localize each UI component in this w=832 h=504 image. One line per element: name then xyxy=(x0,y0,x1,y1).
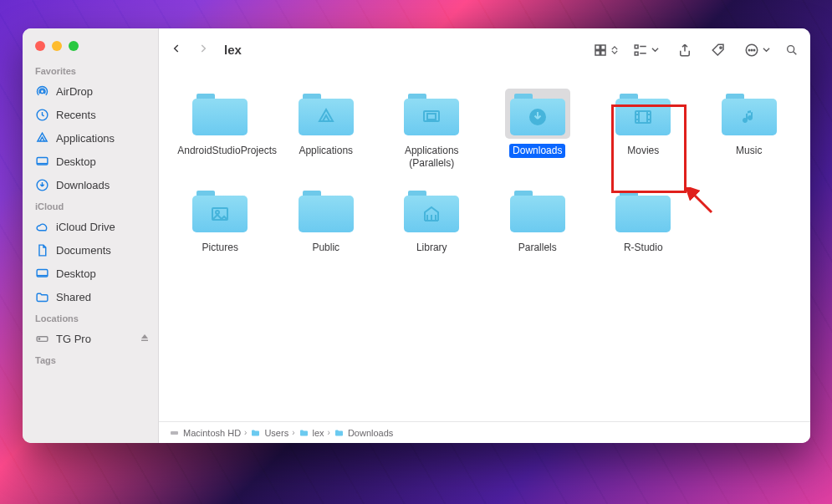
clock-icon xyxy=(35,108,49,122)
svg-point-16 xyxy=(748,49,750,51)
sidebar-item-airdrop[interactable]: AirDrop xyxy=(23,79,158,103)
current-folder-title: lex xyxy=(224,43,242,57)
annotation-arrow xyxy=(687,187,713,214)
folder-icon xyxy=(299,189,354,232)
sidebar-item-label: Documents xyxy=(56,244,111,257)
svg-point-0 xyxy=(40,89,43,93)
sidebar-item-label: Recents xyxy=(56,109,96,121)
sidebar-section-favorites: Favorites xyxy=(23,61,158,79)
tags-button[interactable] xyxy=(711,40,726,60)
breadcrumb-separator: › xyxy=(292,428,294,437)
finder-window: Favorites AirDrop Recents Applications D… xyxy=(23,28,810,443)
breadcrumb-separator: › xyxy=(244,428,247,437)
svg-point-17 xyxy=(751,49,753,51)
group-by-button[interactable] xyxy=(633,40,659,60)
folder-item[interactable]: Downloads xyxy=(488,89,588,171)
svg-point-18 xyxy=(753,49,755,51)
folder-item[interactable]: Library xyxy=(382,186,482,255)
breadcrumb-item[interactable]: Users xyxy=(250,428,288,438)
sidebar-section-tags: Tags xyxy=(23,350,158,369)
share-button[interactable] xyxy=(677,40,692,60)
folder-label: Applications xyxy=(295,144,356,158)
desktop-icon xyxy=(35,267,49,281)
sidebar-item-label: AirDrop xyxy=(56,85,93,98)
folder-label: Library xyxy=(413,241,451,255)
eject-icon[interactable] xyxy=(140,333,150,345)
sidebar-item-applications[interactable]: Applications xyxy=(23,126,158,150)
svg-rect-26 xyxy=(171,431,178,435)
folder-icon xyxy=(299,92,354,135)
chevron-down-icon xyxy=(763,46,770,53)
folder-icon xyxy=(192,92,248,135)
disk-icon xyxy=(35,332,49,346)
download-icon xyxy=(35,178,49,192)
svg-rect-10 xyxy=(595,50,600,54)
sidebar-item-recents[interactable]: Recents xyxy=(23,103,158,126)
desktop-icon xyxy=(35,155,49,169)
sidebar-item-label: Shared xyxy=(56,291,91,303)
sidebar-item-downloads[interactable]: Downloads xyxy=(23,173,158,196)
breadcrumb-label: lex xyxy=(313,428,324,438)
forward-button[interactable] xyxy=(197,41,209,59)
folder-label: Downloads xyxy=(509,144,565,158)
folder-item[interactable]: R-Studio xyxy=(594,186,693,255)
folder-icon xyxy=(615,92,671,135)
folder-item[interactable]: Movies xyxy=(594,89,693,171)
svg-rect-13 xyxy=(635,52,638,55)
folder-item[interactable]: AndroidStudioProjects xyxy=(171,89,270,171)
sidebar-item-desktop-icloud[interactable]: Desktop xyxy=(23,262,158,285)
zoom-window-button[interactable] xyxy=(69,41,79,51)
shared-folder-icon xyxy=(35,290,49,304)
sidebar-item-label: Desktop xyxy=(56,267,96,280)
folder-label: Movies xyxy=(624,144,662,158)
view-icon-mode-button[interactable] xyxy=(593,40,618,60)
folder-icon xyxy=(192,189,248,232)
main-pane: lex xyxy=(159,28,810,443)
sidebar-item-shared[interactable]: Shared xyxy=(23,285,158,308)
folder-icon xyxy=(404,189,459,232)
folder-item[interactable]: Applications xyxy=(277,89,376,171)
close-window-button[interactable] xyxy=(35,41,45,51)
breadcrumb-item[interactable]: Macintosh HD xyxy=(169,428,241,438)
folder-item[interactable]: Pictures xyxy=(171,186,270,255)
search-button[interactable] xyxy=(785,40,799,60)
sidebar-item-label: Applications xyxy=(56,132,115,145)
breadcrumb-label: Macintosh HD xyxy=(183,428,241,438)
folder-label: R-Studio xyxy=(620,241,666,255)
folder-icon xyxy=(722,92,777,135)
svg-point-19 xyxy=(788,45,794,52)
sidebar-item-label: Desktop xyxy=(56,155,96,168)
svg-rect-8 xyxy=(595,45,600,49)
folder-label: Pictures xyxy=(199,241,242,255)
folder-icon xyxy=(615,189,671,232)
path-bar: Macintosh HD›Users›lex›Downloads xyxy=(159,421,810,443)
sidebar-item-label: Downloads xyxy=(56,179,110,191)
folder-item[interactable]: Parallels xyxy=(488,186,588,255)
folder-item[interactable]: Music xyxy=(700,89,799,171)
svg-rect-21 xyxy=(427,114,436,120)
folder-item[interactable]: Public xyxy=(277,186,376,255)
breadcrumb-item[interactable]: Downloads xyxy=(334,428,393,438)
sidebar-item-tgpro[interactable]: TG Pro xyxy=(23,327,158,350)
breadcrumb-label: Downloads xyxy=(348,428,393,438)
sidebar-item-label: iCloud Drive xyxy=(56,221,115,233)
folder-label: Applications (Parallels) xyxy=(385,144,477,171)
sidebar-section-icloud: iCloud xyxy=(23,196,158,215)
svg-rect-23 xyxy=(635,111,651,123)
folder-icon xyxy=(510,92,565,135)
sidebar-item-documents[interactable]: Documents xyxy=(23,238,158,262)
sidebar-item-desktop[interactable]: Desktop xyxy=(23,150,158,173)
svg-rect-7 xyxy=(141,339,148,341)
sidebar-section-locations: Locations xyxy=(23,308,158,327)
breadcrumb-label: Users xyxy=(264,428,288,438)
window-traffic-lights xyxy=(23,41,158,61)
sidebar-item-label: TG Pro xyxy=(56,333,91,345)
apps-icon xyxy=(35,131,49,145)
minimize-window-button[interactable] xyxy=(52,41,62,51)
sidebar-item-icloud-drive[interactable]: iCloud Drive xyxy=(23,215,158,238)
action-menu-button[interactable] xyxy=(744,40,770,60)
folder-item[interactable]: Applications (Parallels) xyxy=(382,89,482,171)
breadcrumb-item[interactable]: lex xyxy=(299,428,324,438)
back-button[interactable] xyxy=(171,41,182,59)
svg-point-25 xyxy=(216,211,219,214)
